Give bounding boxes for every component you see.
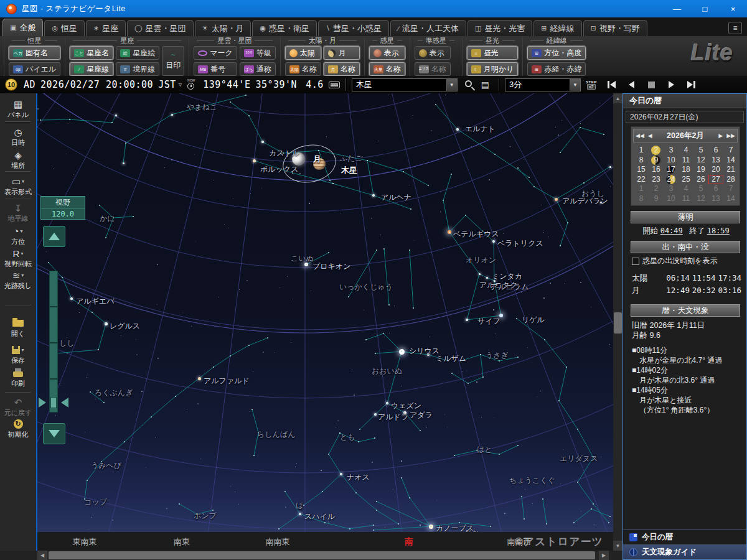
object-list-icon[interactable]: ▤ <box>481 80 489 90</box>
calendar-day-5[interactable]: 5 <box>693 184 708 194</box>
calendar-day-13[interactable]: 13 <box>708 194 723 204</box>
calendar-day-22[interactable]: 22 <box>634 175 649 185</box>
target-select[interactable]: 木星 ▼ <box>352 78 458 91</box>
horizontal-scrollbar[interactable]: ◀ ▶ <box>37 551 609 560</box>
ribbon-button-マーク[interactable]: マーク <box>194 46 237 60</box>
calendar-day-5[interactable]: 5 <box>693 146 708 156</box>
calendar-day-13[interactable]: 13 <box>708 156 723 166</box>
calendar-day-14[interactable]: 14 <box>723 156 738 166</box>
calendar-day-6[interactable]: 6 <box>708 146 723 156</box>
twilight-start-time[interactable]: 04:49 <box>660 226 683 235</box>
calendar-day-24[interactable]: 24 <box>664 175 679 185</box>
ribbon-button-名称[interactable]: 火星名称 <box>369 62 405 76</box>
ribbon-button-月明かり[interactable]: ☾月明かり <box>467 62 519 76</box>
panel-tab-今日の暦[interactable]: 今日の暦 <box>623 530 746 544</box>
tab-経緯線[interactable]: ⊞経緯線 <box>533 20 581 36</box>
tab-視野・写野[interactable]: ⊡視野・写野 <box>583 20 647 36</box>
play-button[interactable] <box>664 78 679 91</box>
ribbon-button-境界線[interactable]: #境界線 <box>116 62 159 76</box>
tab-昼光・光害[interactable]: ◫昼光・光害 <box>467 20 532 36</box>
ribbon-button-名称[interactable]: 太陽名称 <box>285 62 321 76</box>
latitude-value[interactable]: 35°39'N <box>255 79 297 90</box>
calendar-day-7[interactable]: 7 <box>723 184 738 194</box>
timezone-caret-icon[interactable]: ▽ <box>179 82 182 88</box>
calendar-day-16[interactable]: 16 <box>649 165 664 175</box>
vertical-scrollbar[interactable]: ▲ ▼ <box>613 93 622 551</box>
calendar-day-2[interactable]: 2 <box>649 184 664 194</box>
calendar-day-8[interactable]: 8 <box>634 194 649 204</box>
sidebar-item-初期化[interactable]: ↻初期化 <box>0 418 36 439</box>
tab-全般[interactable]: ▣全般 <box>2 19 43 36</box>
time-step-select[interactable]: 3分 ▼ <box>505 78 581 91</box>
menu-icon[interactable]: ≡ <box>728 22 742 34</box>
tab-星座[interactable]: ∗星座 <box>86 20 126 36</box>
scroll-left-icon[interactable]: ◀ <box>37 551 47 560</box>
sidebar-item-場所[interactable]: ◈場所 <box>0 149 36 170</box>
calendar-day-1[interactable]: 1 <box>634 184 649 194</box>
datetime-value[interactable]: 2026/02/27 20:00:00 <box>40 79 153 90</box>
ribbon-button-赤経・赤緯[interactable]: ⊞赤経・赤緯 <box>527 62 586 76</box>
calendar-day-17[interactable]: 17 <box>664 165 679 175</box>
calendar-day-15[interactable]: 15 <box>634 165 649 175</box>
calendar-day-8[interactable]: 8 <box>634 156 649 166</box>
calendar-day-26[interactable]: 26 <box>693 175 708 185</box>
calendar-day-9[interactable]: 9 <box>649 156 664 166</box>
fov-zoom-out-button[interactable] <box>43 226 65 247</box>
calendar-day-18[interactable]: 18 <box>679 165 693 175</box>
sidebar-item-表示形式[interactable]: ▭▾表示形式 <box>0 175 36 197</box>
scroll-down-icon[interactable]: ▼ <box>613 541 622 551</box>
ribbon-button-月[interactable]: 月 <box>324 46 360 60</box>
skip-back-button[interactable] <box>604 78 619 91</box>
stop-button[interactable] <box>644 78 659 91</box>
calendar-day-14[interactable]: 14 <box>723 194 738 204</box>
calendar-day-21[interactable]: 21 <box>723 165 738 175</box>
tab-惑星・衛星[interactable]: ◉惑星・衛星 <box>252 20 317 36</box>
target-select-arrow-icon[interactable]: ▼ <box>446 79 457 91</box>
calendar-day-6[interactable]: 6 <box>708 184 723 194</box>
calendar-day-23[interactable]: 23 <box>649 175 664 185</box>
calendar-day-3[interactable]: 3 <box>664 146 679 156</box>
close-button[interactable]: × <box>719 0 747 17</box>
ribbon-button-方位・高度[interactable]: ⊞方位・高度 <box>527 46 586 60</box>
sidebar-item-視野回転[interactable]: R▾視野回転 <box>0 248 36 269</box>
sidebar-item-印刷[interactable]: 印刷 <box>0 367 36 388</box>
ribbon-button-名称[interactable]: 月名称 <box>324 62 360 76</box>
calendar-next-month-icon[interactable]: ▶ <box>716 133 725 139</box>
calendar-day-19[interactable]: 19 <box>693 165 708 175</box>
tab-星雲・星団[interactable]: ◯星雲・星団 <box>127 20 193 36</box>
ribbon-button-表示[interactable]: 表示 <box>415 46 451 60</box>
ribbon-button-番号[interactable]: M8番号 <box>194 62 237 76</box>
calendar-day-2[interactable]: 2 <box>649 146 664 156</box>
calendar-prev-year-icon[interactable]: ◀◀ <box>634 133 646 139</box>
fov-zoom-in-button[interactable] <box>43 423 65 444</box>
planet-riseset-checkbox[interactable]: 惑星の出没時刻を表示 <box>632 256 718 266</box>
sidebar-item-保存[interactable]: ▾保存 <box>0 344 36 365</box>
sidebar-item-開く[interactable]: 開く <box>0 317 36 338</box>
calendar-day-1[interactable]: 1 <box>634 146 649 156</box>
ribbon-button-目印[interactable]: 〜目印 <box>162 46 184 76</box>
checkbox-icon[interactable] <box>632 258 639 265</box>
scroll-up-icon[interactable]: ▲ <box>613 93 622 103</box>
tab-流星・人工天体[interactable]: ∕流星・人工天体 <box>390 20 466 36</box>
tab-彗星・小惑星[interactable]: ∖彗星・小惑星 <box>318 20 389 36</box>
tab-恒星[interactable]: ◎恒星 <box>44 20 85 36</box>
limit-magnitude-value[interactable]: 4.6 <box>306 79 324 90</box>
calendar-day-4[interactable]: 4 <box>679 184 693 194</box>
ribbon-button-昼光[interactable]: ☼昼光 <box>467 46 519 60</box>
tab-太陽・月[interactable]: ☀太陽・月 <box>195 20 251 36</box>
ribbon-button-通称[interactable]: ばら通称 <box>240 62 276 76</box>
calendar-day-4[interactable]: 4 <box>679 146 693 156</box>
ribbon-button-バイエル[interactable]: αβバイエル <box>9 62 60 76</box>
step-back-button[interactable] <box>624 78 639 91</box>
vertical-scroll-thumb[interactable] <box>614 312 622 334</box>
calendar-day-11[interactable]: 11 <box>679 156 693 166</box>
ribbon-button-星座線[interactable]: ⁄星座線 <box>70 62 113 76</box>
panel-tab-天文現象ガイド[interactable]: 天文現象ガイド <box>623 544 746 559</box>
calendar-prev-month-icon[interactable]: ◀ <box>646 133 654 139</box>
search-icon[interactable] <box>465 80 472 87</box>
star-chart[interactable]: やまねこエルナトカストルポルックス月ふたご木星アルヘナおうしアルデバランかにベテ… <box>37 93 613 532</box>
twilight-end-time[interactable]: 18:59 <box>707 226 730 235</box>
fov-slider-thumb[interactable] <box>50 397 57 408</box>
calendar-day-10[interactable]: 10 <box>664 156 679 166</box>
calendar-era-icon[interactable]: 10 <box>5 78 17 91</box>
